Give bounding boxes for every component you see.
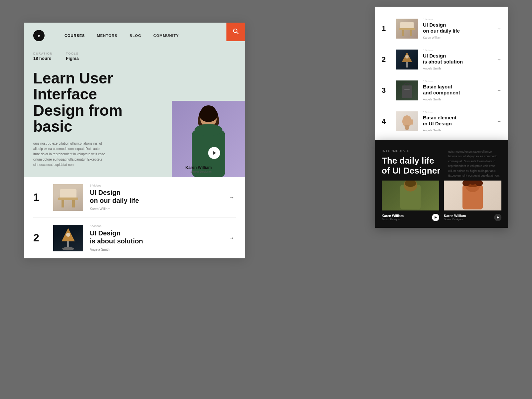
video-card: Karen William Senior Designer [444,181,501,221]
right-course-info: 5 Videos UI Designon our daily life Kare… [423,18,492,39]
dark-description: quis nostrud exercitation ullamco labori… [448,149,501,181]
dark-label: INTERMEDIATE [382,149,440,153]
svg-line-1 [237,32,238,34]
course-videos: 5 Videos [90,224,221,228]
right-course-number: 2 [382,55,391,64]
video-cards-row: Karen William Senior Designer [382,181,501,221]
right-course-info: 5 Videos Basic layoutand component Angel… [423,80,492,101]
right-course-thumbnail [396,80,418,100]
course-author: Angela Smith [90,248,221,251]
right-title: UI Designis about solution [423,53,492,65]
duration-label: DURATION [33,52,53,55]
course-author: Karen William [90,207,221,211]
dark-top-row: INTERMEDIATE The daily lifeof UI Designe… [382,149,501,181]
tools-value: Figma [66,56,78,61]
svg-rect-29 [406,117,408,125]
video-card-info: Karen William Senior Designer [444,214,501,221]
course-videos: 5 Videos [90,184,221,187]
video-thumbnail [382,181,439,210]
svg-rect-31 [411,119,413,125]
svg-rect-24 [402,85,412,98]
hero-section: c COURSES MENTORS BLOG COMMUNITY [24,23,245,177]
video-card-text: Karen William Senior Designer [444,214,466,221]
search-button[interactable] [226,23,245,41]
right-course-info: 5 Videos Basic elementin UI Design Angel… [423,111,492,132]
svg-point-16 [66,233,70,237]
course-info: 5 Videos UI Designis about solution Ange… [90,224,221,251]
nav-blog[interactable]: BLOG [129,34,141,38]
course-item: 2 5 Videos UI Designis about solution An… [33,218,236,258]
right-course-info: 5 Videos UI Designis about solution Ange… [423,49,492,70]
course-arrow-button[interactable]: → [228,234,236,242]
chair-icon [53,184,83,211]
lamp-icon [53,225,83,251]
hero-title: Learn User Interface Design from basic [33,70,140,134]
right-arrow-button[interactable]: → [497,26,501,31]
course-list: 1 5 Videos UI Designon our daily life Ka… [24,177,245,258]
search-icon [232,28,239,36]
right-author: Angela Smith [423,129,492,132]
right-arrow-button[interactable]: → [497,119,501,124]
svg-rect-11 [72,199,75,207]
video-person [444,181,501,210]
course-thumbnail [53,184,83,211]
nav-community[interactable]: COMMUNITY [153,34,179,38]
svg-marker-35 [435,216,437,219]
right-videos: 5 Videos [423,18,492,21]
play-button[interactable] [208,147,220,159]
right-arrow-button[interactable]: → [497,88,501,93]
right-author: Karen William [423,36,492,39]
duration-value: 18 hours [33,56,53,61]
mentor-role: Senior Designer [186,170,212,173]
right-course-number: 4 [382,117,391,126]
course-arrow-button[interactable]: → [228,194,236,201]
svg-rect-25 [404,89,410,90]
svg-point-5 [201,105,216,116]
svg-point-23 [405,55,409,59]
right-videos: 5 Videos [423,111,492,114]
course-item: 1 5 Videos UI Designon our daily life Ka… [33,177,236,218]
svg-marker-42 [497,216,499,219]
right-course-item: 1 5 Videos UI Designon our daily life Ka… [382,13,501,44]
svg-marker-8 [213,151,216,155]
video-card-text: Karen William Senior Designer [382,214,404,221]
right-videos: 5 Videos [423,80,492,83]
right-title: Basic layoutand component [423,84,492,96]
svg-point-7 [195,124,222,136]
course-number: 1 [33,191,47,203]
svg-rect-30 [408,118,411,125]
play-button-2[interactable] [494,214,501,221]
video-card: Karen William Senior Designer [382,181,439,221]
duration-info: DURATION 18 hours [33,52,53,61]
svg-rect-22 [406,62,408,67]
video-person [382,181,439,210]
mentor-name-overlay: Karen William Senior Designer [186,165,212,173]
meta-row: DURATION 18 hours TOOLS Figma [33,52,236,66]
nav-links: COURSES MENTORS BLOG COMMUNITY [65,34,236,38]
svg-rect-27 [405,125,409,130]
lamp-icon-sm [396,50,418,69]
nav-mentors[interactable]: MENTORS [97,34,117,38]
play-icon [434,216,437,219]
play-button-1[interactable] [432,214,439,221]
chair-icon-sm [396,19,418,39]
video-card-role: Senior Designer [444,218,466,221]
svg-rect-12 [58,198,78,200]
right-course-number: 3 [382,86,391,95]
nav-courses[interactable]: COURSES [65,34,85,38]
svg-rect-28 [403,119,405,125]
course-thumbnail [53,225,83,251]
right-panel: 1 5 Videos UI Designon our daily life Ka… [375,7,508,228]
right-course-number: 1 [382,24,391,33]
right-author: Angela Smith [423,98,492,101]
mentor-name: Karen William [186,165,212,170]
video-card-name: Karen William [382,214,404,218]
tools-label: TOOLS [66,52,78,55]
right-arrow-button[interactable]: → [497,57,501,62]
right-videos: 5 Videos [423,49,492,52]
right-course-item: 2 5 Videos UI Designis about solution An… [382,44,501,75]
course-title: UI Designon our daily life [90,189,221,204]
logo[interactable]: c [33,30,45,41]
right-course-item: 3 5 Videos Basic layoutand component Ang… [382,75,501,106]
hero-description: quis nostrud exercitation ullamco labori… [33,141,106,168]
